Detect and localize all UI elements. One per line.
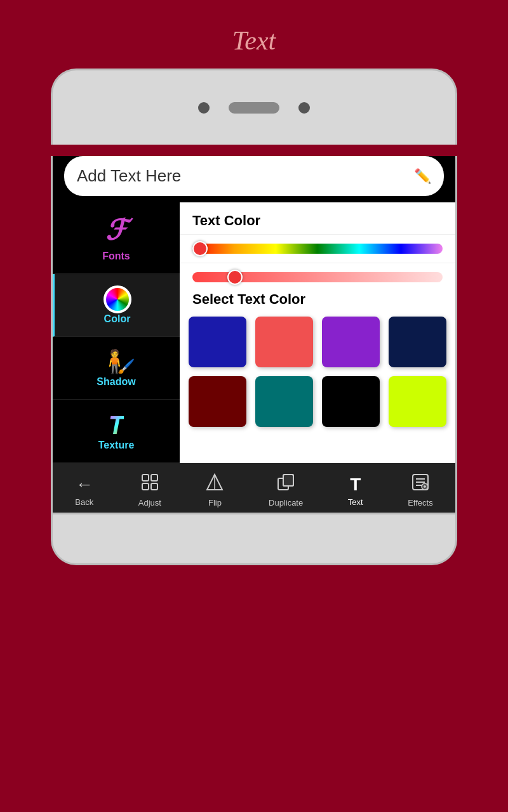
sidebar-item-shadow[interactable]: 🧍 🖌️ Shadow: [53, 337, 180, 400]
toolbar-text[interactable]: T Text: [342, 472, 370, 509]
shadow-label: Shadow: [97, 376, 135, 388]
content-area: ℱ Fonts Color 🧍 🖌️ Shadow: [53, 202, 455, 463]
duplicate-label: Duplicate: [269, 498, 303, 508]
swatch-row-1: [189, 317, 446, 367]
text-icon: T: [350, 475, 361, 495]
svg-rect-7: [283, 475, 293, 486]
text-input-bar[interactable]: Add Text Here ✏️: [64, 156, 444, 196]
text-input-value: Add Text Here: [77, 166, 181, 186]
adjust-icon: [141, 473, 159, 495]
swatch-yellow-green[interactable]: [389, 376, 446, 427]
adjust-label: Adjust: [138, 498, 161, 508]
toolbar-back[interactable]: ← Back: [69, 472, 100, 509]
left-sidebar: ℱ Fonts Color 🧍 🖌️ Shadow: [53, 202, 180, 463]
effects-label: Effects: [408, 498, 433, 508]
svg-rect-1: [151, 475, 157, 481]
toolbar-adjust[interactable]: Adjust: [132, 471, 168, 510]
main-panel: Add Text Here ✏️ ℱ Fonts Color: [51, 156, 457, 463]
shadow-icon-container: 🧍 🖌️: [100, 348, 132, 376]
phone-frame: Add Text Here ✏️ ℱ Fonts Color: [51, 69, 457, 565]
texture-label: Texture: [98, 440, 135, 451]
sidebar-item-fonts[interactable]: ℱ Fonts: [53, 202, 180, 274]
phone-speaker: [229, 102, 279, 114]
fonts-icon: ℱ: [105, 214, 128, 247]
toolbar-flip[interactable]: Flip: [199, 471, 230, 510]
saturation-slider-thumb[interactable]: [227, 270, 243, 285]
texture-icon: T: [109, 411, 124, 440]
swatch-black[interactable]: [322, 376, 380, 427]
sidebar-item-texture[interactable]: T Texture: [53, 400, 180, 463]
flip-icon: [206, 473, 224, 495]
page-title: Text: [0, 0, 508, 69]
swatch-dark-blue[interactable]: [189, 317, 246, 367]
effects-icon: [411, 473, 429, 495]
swatch-navy[interactable]: [389, 317, 446, 367]
sidebar-item-color[interactable]: Color: [53, 274, 180, 337]
toolbar-effects[interactable]: Effects: [401, 471, 439, 510]
svg-rect-0: [142, 475, 149, 481]
text-label: Text: [348, 497, 363, 507]
swatch-purple[interactable]: [322, 317, 380, 367]
phone-front-camera: [298, 102, 310, 114]
rainbow-slider-container[interactable]: [180, 235, 455, 263]
duplicate-icon: [277, 473, 295, 495]
phone-bottom: [51, 514, 457, 565]
svg-rect-3: [151, 483, 157, 490]
back-icon: ←: [76, 475, 93, 495]
shadow-brush-icon: 🖌️: [117, 358, 135, 375]
swatch-row-2: [189, 376, 446, 427]
select-text-color-label: Select Text Color: [180, 285, 455, 317]
color-label: Color: [104, 313, 131, 325]
right-panel: Text Color Select Text Color: [180, 202, 455, 463]
edit-icon[interactable]: ✏️: [414, 168, 431, 185]
rainbow-track[interactable]: [192, 244, 443, 254]
back-label: Back: [75, 497, 93, 507]
swatch-red-orange[interactable]: [255, 317, 313, 367]
toolbar-duplicate[interactable]: Duplicate: [262, 471, 309, 510]
swatch-teal[interactable]: [255, 376, 313, 427]
text-color-header: Text Color: [180, 202, 455, 235]
flip-label: Flip: [208, 498, 222, 508]
saturation-track[interactable]: [192, 272, 443, 282]
color-swatches: [180, 317, 455, 445]
phone-camera: [198, 102, 210, 114]
bottom-toolbar: ← Back Adjust Flip: [51, 463, 457, 514]
saturation-slider-container[interactable]: [180, 263, 455, 285]
color-wheel-icon: [104, 285, 131, 313]
fonts-label: Fonts: [102, 251, 130, 262]
rainbow-slider-thumb[interactable]: [192, 241, 208, 256]
swatch-dark-red[interactable]: [189, 376, 246, 427]
phone-top: [51, 69, 457, 145]
svg-rect-2: [142, 483, 149, 490]
